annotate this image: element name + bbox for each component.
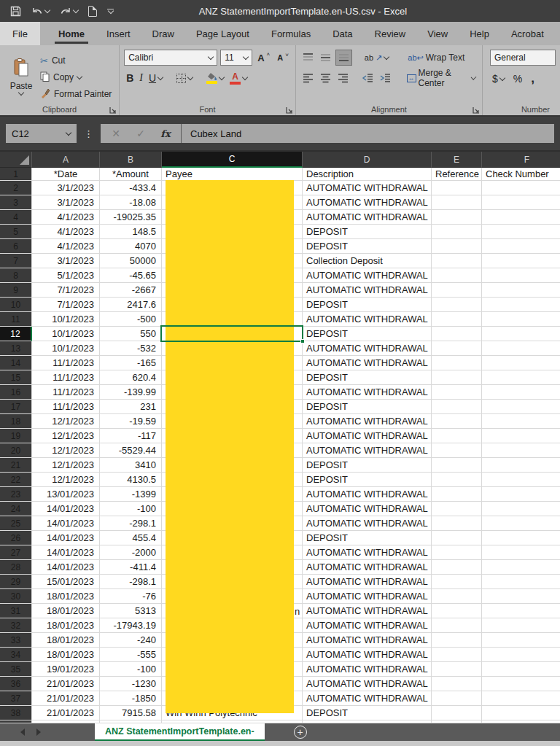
cell-E4[interactable] (432, 210, 482, 225)
cell-F16[interactable] (482, 385, 560, 400)
row-header-13[interactable]: 13 (0, 341, 32, 356)
cell-D4[interactable]: AUTOMATIC WITHDRAWAL (303, 210, 432, 225)
cell-B26[interactable]: 455.4 (100, 531, 162, 545)
font-dialog-launcher-icon[interactable] (286, 106, 293, 114)
cell-A17[interactable]: 11/1/2023 (32, 400, 100, 414)
cell-D31[interactable]: AUTOMATIC WITHDRAWAL (303, 604, 432, 618)
align-top-button[interactable] (300, 50, 316, 66)
cell-F11[interactable] (482, 312, 560, 327)
cell-A30[interactable]: 18/01/2023 (32, 589, 100, 604)
cell-F19[interactable] (482, 429, 560, 443)
cell-B21[interactable]: 3410 (100, 458, 162, 473)
cell-E23[interactable] (432, 487, 482, 502)
cell-F37[interactable] (482, 691, 560, 706)
merge-center-button[interactable]: ↔ Merge & Center (405, 70, 478, 86)
cell-D24[interactable]: AUTOMATIC WITHDRAWAL (303, 502, 432, 516)
currency-button[interactable]: $ (490, 71, 507, 87)
cell-E37[interactable] (432, 691, 482, 706)
cell-E32[interactable] (432, 618, 482, 633)
row-header-32[interactable]: 32 (0, 618, 32, 633)
cell-D8[interactable]: AUTOMATIC WITHDRAWAL (303, 268, 432, 283)
cell-E28[interactable] (432, 560, 482, 575)
cell-A29[interactable]: 15/01/2023 (32, 575, 100, 589)
row-header-11[interactable]: 11 (0, 312, 32, 327)
cell-A32[interactable]: 18/01/2023 (32, 618, 100, 633)
align-bottom-button[interactable] (335, 50, 352, 66)
tab-review[interactable]: Review (364, 22, 417, 45)
cell-B10[interactable]: 2417.6 (100, 298, 162, 312)
cell-D1[interactable]: Description (303, 168, 432, 181)
cell-D14[interactable]: AUTOMATIC WITHDRAWAL (303, 356, 432, 370)
row-header-21[interactable]: 21 (0, 458, 32, 473)
cell-A27[interactable]: 14/01/2023 (32, 545, 100, 560)
cell-E8[interactable] (432, 268, 482, 283)
cell-B36[interactable]: -1230 (100, 677, 162, 691)
cell-C1[interactable]: Payee (162, 168, 303, 181)
cell-D17[interactable]: DEPOSIT (303, 400, 432, 414)
decrease-font-button[interactable]: A˅ (275, 50, 291, 66)
cell-F8[interactable] (482, 268, 560, 283)
cell-D36[interactable]: AUTOMATIC WITHDRAWAL (303, 677, 432, 691)
cell-E27[interactable] (432, 545, 482, 560)
cell-D11[interactable]: AUTOMATIC WITHDRAWAL (303, 312, 432, 327)
cell-D15[interactable]: DEPOSIT (303, 370, 432, 385)
percent-button[interactable]: % (511, 71, 524, 87)
cell-F28[interactable] (482, 560, 560, 575)
cell-F36[interactable] (482, 677, 560, 691)
row-header-17[interactable]: 17 (0, 400, 32, 414)
cell-E26[interactable] (432, 531, 482, 545)
cell-D35[interactable]: AUTOMATIC WITHDRAWAL (303, 662, 432, 677)
align-center-button[interactable] (318, 70, 333, 86)
cell-B16[interactable]: -139.99 (100, 385, 162, 400)
cell-E19[interactable] (432, 429, 482, 443)
cell-B30[interactable]: -76 (100, 589, 162, 604)
name-box-dropdown-icon[interactable] (66, 129, 71, 135)
cell-A8[interactable]: 5/1/2023 (32, 268, 100, 283)
cut-button[interactable]: ✂ Cut (38, 53, 114, 69)
cell-A9[interactable]: 7/1/2023 (32, 283, 100, 298)
formula-bar-options-icon[interactable]: ⋮ (84, 128, 93, 139)
insert-function-icon[interactable]: fx (153, 128, 178, 139)
cell-F26[interactable] (482, 531, 560, 545)
redo-dropdown-icon[interactable] (73, 7, 79, 12)
cell-B7[interactable]: 50000 (100, 254, 162, 268)
cell-A20[interactable]: 12/1/2023 (32, 443, 100, 458)
cell-B23[interactable]: -1399 (100, 487, 162, 502)
alignment-dialog-launcher-icon[interactable] (472, 106, 480, 114)
row-header-20[interactable]: 20 (0, 443, 32, 458)
tab-file[interactable]: File (0, 22, 40, 45)
row-header-9[interactable]: 9 (0, 283, 32, 298)
row-header-19[interactable]: 19 (0, 429, 32, 443)
name-box[interactable]: C12 (6, 124, 77, 143)
cell-B20[interactable]: -5529.44 (100, 443, 162, 458)
cell-F23[interactable] (482, 487, 560, 502)
cell-D38[interactable]: DEPOSIT (303, 706, 432, 720)
row-header-7[interactable]: 7 (0, 254, 32, 268)
cell-D12[interactable]: DEPOSIT (303, 327, 432, 341)
cell-F12[interactable] (482, 327, 560, 341)
row-header-37[interactable]: 37 (0, 691, 32, 706)
cell-E15[interactable] (432, 370, 482, 385)
cell-D28[interactable]: AUTOMATIC WITHDRAWAL (303, 560, 432, 575)
italic-button[interactable]: I (137, 70, 145, 86)
cell-D21[interactable]: DEPOSIT (303, 458, 432, 473)
cell-E34[interactable] (432, 648, 482, 662)
cell-B24[interactable]: -100 (100, 502, 162, 516)
cell-D20[interactable]: AUTOMATIC WITHDRAWAL (303, 443, 432, 458)
cell-B27[interactable]: -2000 (100, 545, 162, 560)
cell-E14[interactable] (432, 356, 482, 370)
cell-A21[interactable]: 12/1/2023 (32, 458, 100, 473)
cell-F32[interactable] (482, 618, 560, 633)
row-header-2[interactable]: 2 (0, 181, 32, 195)
cell-E2[interactable] (432, 181, 482, 195)
cell-D25[interactable]: AUTOMATIC WITHDRAWAL (303, 516, 432, 531)
cell-F3[interactable] (482, 195, 560, 210)
cell-B22[interactable]: 4130.5 (100, 473, 162, 487)
cell-E31[interactable] (432, 604, 482, 618)
new-sheet-button[interactable]: + (294, 726, 307, 739)
cell-F9[interactable] (482, 283, 560, 298)
cell-D22[interactable]: DEPOSIT (303, 473, 432, 487)
cell-E24[interactable] (432, 502, 482, 516)
row-header-34[interactable]: 34 (0, 648, 32, 662)
number-format-select[interactable]: General (490, 50, 556, 66)
